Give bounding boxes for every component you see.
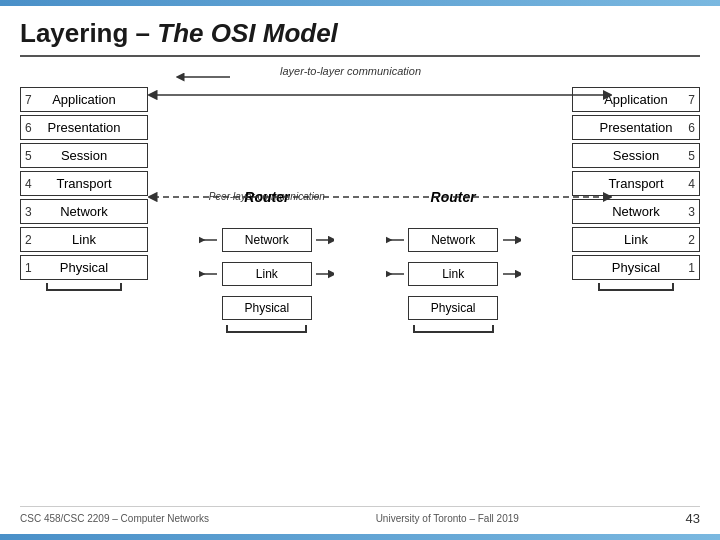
network-arrow-left-r [386, 232, 406, 248]
host-left-label-3: Network [60, 204, 108, 219]
network-arrow-right-r [501, 232, 521, 248]
host-left-num-5: 5 [25, 149, 32, 163]
host-right-num-3: 3 [688, 205, 695, 219]
bottom-accent-bar [0, 534, 720, 540]
link-arrow-right-l [314, 266, 334, 282]
router-right-network: Network [408, 228, 498, 252]
layer-to-layer-label: layer-to-layer communication [280, 65, 421, 77]
router-left-area: Peer-layer communication [199, 87, 334, 333]
host-left-layer-6: 6 Presentation [20, 115, 148, 140]
page-title: Layering – The OSI Model [20, 18, 700, 57]
router-right-area: Network Link [386, 87, 521, 333]
host-left-num-7: 7 [25, 93, 32, 107]
host-left-layer-7: 7 Application [20, 87, 148, 112]
link-arrow-left-r [386, 266, 406, 282]
host-left-num-2: 2 [25, 233, 32, 247]
host-right-layer-7: Application 7 [572, 87, 700, 112]
footer-left: CSC 458/CSC 2209 – Computer Networks [20, 513, 209, 524]
host-left-label-2: Link [72, 232, 96, 247]
host-left-layer-5: 5 Session [20, 143, 148, 168]
page-content: Layering – The OSI Model layer-to-layer … [0, 6, 720, 534]
footer-center: University of Toronto – Fall 2019 [376, 513, 519, 524]
router-right-link-label: Link [442, 267, 464, 281]
host-left-label-5: Session [61, 148, 107, 163]
footer: CSC 458/CSC 2209 – Computer Networks Uni… [20, 506, 700, 526]
router-right-physical-label: Physical [431, 301, 476, 315]
router-left-physical: Physical [222, 296, 312, 320]
host-right-label-7: Application [604, 92, 668, 107]
host-right-num-1: 1 [688, 261, 695, 275]
host-left-num-6: 6 [25, 121, 32, 135]
router-left-network: Network [222, 228, 312, 252]
host-left-connector [46, 283, 123, 291]
host-left-layer-2: 2 Link [20, 227, 148, 252]
host-right-label-6: Presentation [599, 120, 672, 135]
link-arrow-left-l [199, 266, 219, 282]
network-arrow-left [199, 232, 219, 248]
host-right-label-1: Physical [612, 260, 660, 275]
host-left-layer-3: 3 Network [20, 199, 148, 224]
host-right-num-4: 4 [688, 177, 695, 191]
annotation-arrow-svg [175, 69, 235, 85]
host-left-layer-1: 1 Physical [20, 255, 148, 280]
host-right-num-6: 6 [688, 121, 695, 135]
router-left-label-text: Router [244, 189, 289, 205]
network-arrow-right-l [314, 232, 334, 248]
router-left-link: Link [222, 262, 312, 286]
host-right-label-2: Link [624, 232, 648, 247]
host-right-label-4: Transport [608, 176, 663, 191]
host-left-num-4: 4 [25, 177, 32, 191]
host-right-label-3: Network [612, 204, 660, 219]
router-left-link-label: Link [256, 267, 278, 281]
osi-diagram: layer-to-layer communication 7 Applicati… [20, 65, 700, 506]
title-italic: The OSI Model [157, 18, 338, 48]
host-left-label-1: Physical [60, 260, 108, 275]
router-right-link: Link [408, 262, 498, 286]
host-left-layer-4: 4 Transport [20, 171, 148, 196]
router-left-connector [226, 325, 307, 333]
router-right-network-label: Network [431, 233, 475, 247]
host-left-label-7: Application [52, 92, 116, 107]
host-right-num-2: 2 [688, 233, 695, 247]
title-prefix: Layering – [20, 18, 157, 48]
router-left-physical-label: Physical [244, 301, 289, 315]
host-right-layer-6: Presentation 6 [572, 115, 700, 140]
host-left-column: 7 Application 6 Presentation 5 Session 4… [20, 87, 148, 291]
host-right-num-7: 7 [688, 93, 695, 107]
router-right-physical: Physical [408, 296, 498, 320]
host-right-column: Application 7 Presentation 6 Session 5 T… [572, 87, 700, 291]
host-right-layer-1: Physical 1 [572, 255, 700, 280]
host-right-layer-5: Session 5 [572, 143, 700, 168]
link-arrow-right-r2 [501, 266, 521, 282]
host-left-label-6: Presentation [48, 120, 121, 135]
host-right-layer-4: Transport 4 [572, 171, 700, 196]
host-right-layer-3: Network 3 [572, 199, 700, 224]
host-right-label-5: Session [613, 148, 659, 163]
host-left-num-1: 1 [25, 261, 32, 275]
router-right-label-text: Router [431, 189, 476, 205]
host-right-connector [598, 283, 675, 291]
router-right-connector [413, 325, 494, 333]
router-left-network-label: Network [245, 233, 289, 247]
host-right-layer-2: Link 2 [572, 227, 700, 252]
page-number: 43 [686, 511, 700, 526]
host-right-num-5: 5 [688, 149, 695, 163]
host-left-label-4: Transport [56, 176, 111, 191]
host-left-num-3: 3 [25, 205, 32, 219]
